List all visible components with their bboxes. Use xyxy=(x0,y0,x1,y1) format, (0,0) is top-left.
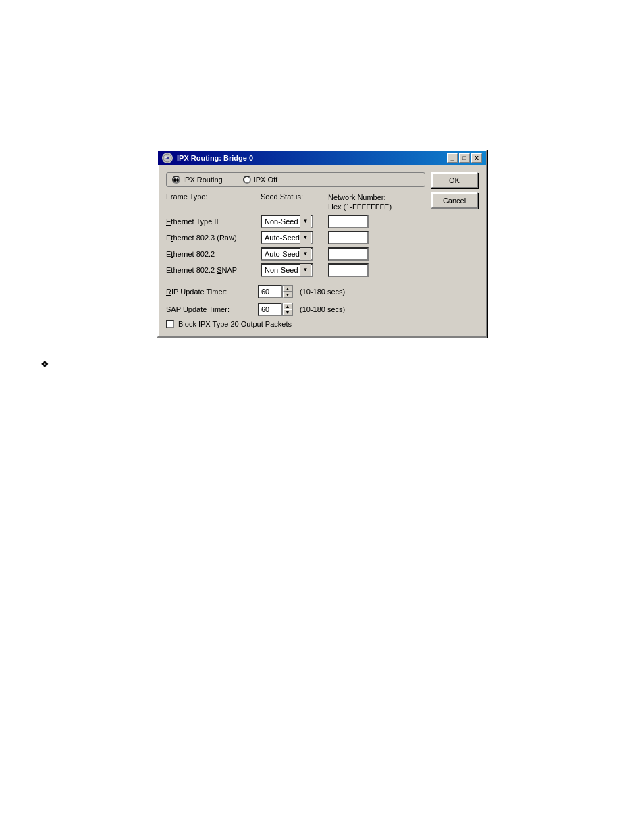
rip-timer-label: RIP Update Timer: xyxy=(166,288,254,296)
ethernet-802-3-seed-value: Auto-Seed xyxy=(263,234,300,242)
network-number-header: Network Number: Hex (1-FFFFFFFE) xyxy=(328,192,416,212)
ethernet-802-3-seed-arrow[interactable]: ▼ xyxy=(300,232,311,244)
ipx-routing-radio[interactable] xyxy=(172,176,180,184)
sap-spinner-down[interactable]: ▼ xyxy=(283,309,292,315)
rip-timer-row: RIP Update Timer: 60 ▲ ▼ (10-180 secs) xyxy=(166,285,425,298)
ethernet-802-2-snap-seed-select[interactable]: Non-Seed ▼ xyxy=(261,263,313,277)
sap-timer-row: SAP Update Timer: 60 ▲ ▼ (10-180 secs) xyxy=(166,303,425,316)
rip-spinner-up[interactable]: ▲ xyxy=(283,286,292,292)
ethernet-802-2-snap-label: Ethernet 802.2 SNAP xyxy=(166,266,261,274)
ethernet-type-ii-network-input[interactable] xyxy=(328,215,369,228)
sap-spinner-arrows: ▲ ▼ xyxy=(282,303,293,316)
table-row: Ethernet 802.2 SNAP Non-Seed ▼ xyxy=(166,263,425,277)
dialog-body: IPX Routing IPX Off Frame Type: Seed Sta… xyxy=(158,165,486,336)
ethernet-type-ii-seed-arrow[interactable]: ▼ xyxy=(300,215,311,228)
ethernet-802-2-label: Ethernet 802.2 xyxy=(166,250,261,258)
ethernet-802-2-snap-seed-value: Non-Seed xyxy=(263,266,300,274)
ethernet-802-2-snap-seed-container: Non-Seed ▼ xyxy=(261,263,328,277)
dialog-title: IPX Routing: Bridge 0 xyxy=(177,154,253,162)
ethernet-802-2-seed-container: Auto-Seed ▼ xyxy=(261,247,328,261)
dialog-titlebar: IPX Routing: Bridge 0 _ □ X xyxy=(158,151,486,165)
radio-ipx-off[interactable]: IPX Off xyxy=(243,176,277,184)
svg-point-1 xyxy=(165,157,167,159)
bullet-point: ❖ xyxy=(41,358,617,369)
ok-button[interactable]: OK xyxy=(431,172,478,188)
dialog-window: IPX Routing: Bridge 0 _ □ X IPX Routi xyxy=(157,149,487,338)
ethernet-802-2-seed-value: Auto-Seed xyxy=(263,250,300,258)
dialog-icon xyxy=(162,153,173,163)
rip-spinner-container: 60 ▲ ▼ xyxy=(258,285,293,298)
block-ipx-label: Block IPX Type 20 Output Packets xyxy=(178,320,292,328)
minimize-button[interactable]: _ xyxy=(447,153,458,163)
cancel-button[interactable]: Cancel xyxy=(431,192,478,209)
ethernet-802-2-network-input[interactable] xyxy=(328,247,369,261)
dialog-buttons: OK Cancel xyxy=(431,172,478,328)
ipx-off-label: IPX Off xyxy=(254,176,277,184)
ethernet-type-ii-label: Ethernet Type II xyxy=(166,217,261,226)
rip-spinner-down[interactable]: ▼ xyxy=(283,292,292,298)
ethernet-802-3-label: Ethernet 802.3 (Raw) xyxy=(166,234,261,242)
dialog-title-left: IPX Routing: Bridge 0 xyxy=(162,153,253,163)
block-ipx-checkbox[interactable] xyxy=(166,320,174,328)
dialog-container: IPX Routing: Bridge 0 _ □ X IPX Routi xyxy=(27,149,617,338)
sap-spinner-container: 60 ▲ ▼ xyxy=(258,303,293,316)
sap-timer-label: SAP Update Timer: xyxy=(166,305,254,313)
seed-status-header: Seed Status: xyxy=(261,192,328,212)
ipx-routing-label: IPX Routing xyxy=(183,176,223,184)
bottom-section: ❖ xyxy=(27,358,617,369)
sap-spinner-up[interactable]: ▲ xyxy=(283,303,292,309)
horizontal-rule xyxy=(27,122,617,122)
ipx-off-radio[interactable] xyxy=(243,176,251,184)
frame-type-header: Frame Type: xyxy=(166,192,261,212)
maximize-button[interactable]: □ xyxy=(459,153,470,163)
ethernet-type-ii-seed-select[interactable]: Non-Seed ▼ xyxy=(261,215,313,228)
radio-row: IPX Routing IPX Off xyxy=(166,172,425,187)
ethernet-802-3-network-input[interactable] xyxy=(328,231,369,244)
ethernet-802-3-seed-container: Auto-Seed ▼ xyxy=(261,231,328,244)
sap-timer-range: (10-180 secs) xyxy=(300,305,345,313)
ethernet-802-2-snap-network-input[interactable] xyxy=(328,263,369,277)
rip-spinner-arrows: ▲ ▼ xyxy=(282,285,293,298)
table-row: Ethernet Type II Non-Seed ▼ xyxy=(166,215,425,228)
bullet-diamond-icon: ❖ xyxy=(41,359,49,369)
titlebar-buttons: _ □ X xyxy=(447,153,482,163)
rip-timer-range: (10-180 secs) xyxy=(300,288,345,296)
block-ipx-checkbox-row: Block IPX Type 20 Output Packets xyxy=(166,320,425,328)
dialog-main: IPX Routing IPX Off Frame Type: Seed Sta… xyxy=(166,172,425,328)
ethernet-type-ii-seed-container: Non-Seed ▼ xyxy=(261,215,328,228)
table-row: Ethernet 802.2 Auto-Seed ▼ xyxy=(166,247,425,261)
column-headers: Frame Type: Seed Status: Network Number:… xyxy=(166,192,425,212)
close-button[interactable]: X xyxy=(471,153,482,163)
ethernet-type-ii-seed-value: Non-Seed xyxy=(263,217,300,226)
table-row: Ethernet 802.3 (Raw) Auto-Seed ▼ xyxy=(166,231,425,244)
rip-timer-input[interactable]: 60 xyxy=(258,285,282,298)
ethernet-802-2-seed-select[interactable]: Auto-Seed ▼ xyxy=(261,247,313,261)
radio-ipx-routing[interactable]: IPX Routing xyxy=(172,176,223,184)
ethernet-802-2-snap-seed-arrow[interactable]: ▼ xyxy=(300,264,311,276)
ethernet-802-3-seed-select[interactable]: Auto-Seed ▼ xyxy=(261,231,313,244)
page-content: IPX Routing: Bridge 0 _ □ X IPX Routi xyxy=(0,0,644,834)
sap-timer-input[interactable]: 60 xyxy=(258,303,282,316)
ethernet-802-2-seed-arrow[interactable]: ▼ xyxy=(300,248,311,260)
